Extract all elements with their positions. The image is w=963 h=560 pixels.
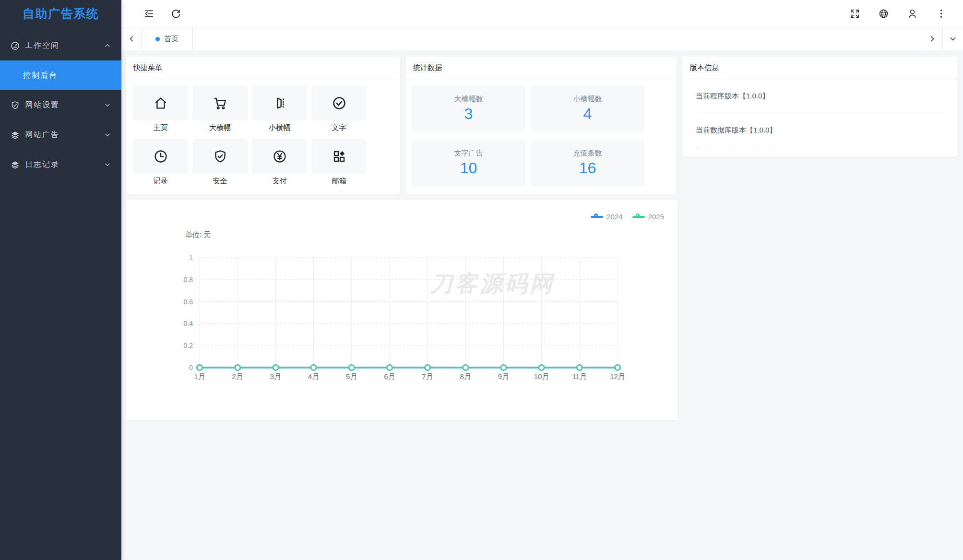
tab-bar: 首页 bbox=[121, 27, 963, 50]
svg-text:0.4: 0.4 bbox=[184, 320, 193, 327]
sidebar-item-label: 网站设置 bbox=[25, 100, 104, 110]
version-list: 当前程序版本【1.0.0】 当前数据库版本【1.0.0】 bbox=[682, 79, 958, 147]
svg-text:1月: 1月 bbox=[194, 372, 205, 381]
svg-text:12月: 12月 bbox=[610, 372, 625, 381]
chevron-down-icon bbox=[104, 161, 111, 168]
user-icon[interactable] bbox=[907, 8, 918, 19]
version-card: 版本信息 当前程序版本【1.0.0】 当前数据库版本【1.0.0】 bbox=[682, 57, 958, 157]
quick-item-mailbox[interactable]: 邮箱 bbox=[311, 139, 367, 186]
app-grid-icon bbox=[311, 139, 367, 174]
quick-item-big-banner[interactable]: 大横幅 bbox=[192, 85, 248, 132]
fold-menu-icon[interactable] bbox=[143, 0, 155, 27]
quick-item-home[interactable]: 主页 bbox=[133, 85, 188, 132]
sidebar-item-label: 工作空间 bbox=[25, 41, 104, 51]
svg-text:3月: 3月 bbox=[270, 372, 281, 381]
stat-value: 3 bbox=[412, 105, 525, 123]
shield-check-icon bbox=[11, 101, 20, 110]
yen-circle-icon bbox=[252, 139, 307, 174]
tabs-scroll-left-button[interactable] bbox=[121, 27, 142, 50]
dashboard-icon bbox=[11, 41, 20, 50]
stat-big-banner-count: 大横幅数 3 bbox=[412, 85, 525, 132]
layers-icon bbox=[11, 131, 20, 140]
layers-icon bbox=[11, 160, 20, 169]
line-marker-icon bbox=[632, 214, 645, 220]
svg-text:0.6: 0.6 bbox=[184, 298, 193, 306]
chevron-down-icon bbox=[104, 131, 111, 138]
tab-home-label: 首页 bbox=[164, 35, 178, 44]
svg-text:11月: 11月 bbox=[572, 372, 587, 381]
app-logo: 自助广告系统 bbox=[0, 0, 121, 27]
sidebar-item-label: 网站广告 bbox=[25, 130, 104, 140]
svg-text:1: 1 bbox=[189, 254, 193, 262]
quick-menu-card: 快捷菜单 主页 大横幅 小横幅 bbox=[126, 57, 400, 194]
top-header bbox=[121, 0, 963, 27]
legend-item-2025[interactable]: 2025 bbox=[632, 213, 664, 221]
main-content: 快捷菜单 主页 大横幅 小横幅 bbox=[121, 50, 963, 560]
svg-text:6月: 6月 bbox=[384, 372, 395, 381]
revenue-chart-card: 刀客源码网1月2月3月4月5月6月7月8月9月10月11月12月00.20.40… bbox=[126, 200, 678, 420]
svg-text:8月: 8月 bbox=[460, 372, 471, 381]
quick-item-text[interactable]: 文字 bbox=[311, 85, 367, 132]
header-actions bbox=[849, 0, 947, 27]
stats-card: 统计数据 大横幅数 3 小横幅数 4 文字广告 10 充值条数 16 bbox=[405, 57, 677, 194]
chevron-up-icon bbox=[104, 42, 111, 49]
more-vertical-icon[interactable] bbox=[936, 8, 947, 19]
check-circle-icon bbox=[311, 85, 367, 120]
sidebar-item-console[interactable]: 控制后台 bbox=[0, 60, 121, 90]
chart-unit-label: 单位: 元 bbox=[185, 230, 211, 239]
quick-item-records[interactable]: 记录 bbox=[133, 139, 188, 186]
svg-text:4月: 4月 bbox=[308, 372, 319, 381]
home-icon bbox=[133, 85, 188, 120]
svg-text:0: 0 bbox=[189, 364, 193, 371]
cart-icon bbox=[192, 85, 248, 120]
chevron-down-icon bbox=[104, 102, 111, 108]
program-version-row: 当前程序版本【1.0.0】 bbox=[696, 79, 944, 113]
stat-value: 4 bbox=[531, 105, 644, 123]
sidebar-item-label: 控制后台 bbox=[23, 71, 111, 81]
active-tab-dot-icon bbox=[155, 37, 160, 41]
refresh-icon[interactable] bbox=[169, 0, 182, 27]
sidebar-item-site-settings[interactable]: 网站设置 bbox=[0, 90, 121, 120]
sidebar: 自助广告系统 工作空间 控制后台 网站设置 bbox=[0, 0, 121, 560]
quick-item-security[interactable]: 安全 bbox=[192, 139, 248, 186]
fullscreen-icon[interactable] bbox=[849, 8, 860, 19]
tabs-scroll-right-button[interactable] bbox=[922, 27, 942, 50]
tab-home[interactable]: 首页 bbox=[142, 27, 193, 50]
legend-label: 2025 bbox=[648, 213, 664, 221]
tabbar-spacer bbox=[193, 27, 922, 50]
sidebar-item-label: 日志记录 bbox=[25, 160, 104, 170]
sidebar-item-site-ads[interactable]: 网站广告 bbox=[0, 120, 121, 150]
quick-item-small-banner[interactable]: 小横幅 bbox=[252, 85, 307, 132]
legend-item-2024[interactable]: 2024 bbox=[591, 213, 622, 221]
stat-small-banner-count: 小横幅数 4 bbox=[531, 85, 644, 132]
sidebar-menu: 工作空间 控制后台 网站设置 网站广告 bbox=[0, 27, 121, 179]
card-title: 版本信息 bbox=[682, 57, 958, 79]
svg-text:7月: 7月 bbox=[422, 372, 433, 381]
database-version-row: 当前数据库版本【1.0.0】 bbox=[696, 113, 944, 147]
card-title: 统计数据 bbox=[405, 57, 677, 79]
clock-icon bbox=[133, 139, 188, 174]
svg-text:5月: 5月 bbox=[346, 372, 357, 381]
svg-text:9月: 9月 bbox=[498, 372, 509, 381]
chart-legend: 2024 2025 bbox=[591, 213, 664, 221]
stat-text-ad-count: 文字广告 10 bbox=[412, 140, 525, 186]
svg-text:10月: 10月 bbox=[534, 372, 549, 381]
card-title: 快捷菜单 bbox=[126, 57, 400, 79]
quick-item-payment[interactable]: 支付 bbox=[252, 139, 307, 186]
svg-text:刀客源码网: 刀客源码网 bbox=[430, 271, 555, 296]
stats-grid: 大横幅数 3 小横幅数 4 文字广告 10 充值条数 16 bbox=[405, 79, 677, 192]
line-marker-icon bbox=[591, 214, 603, 220]
sidebar-item-workspace[interactable]: 工作空间 bbox=[0, 31, 121, 60]
tabs-menu-button[interactable] bbox=[942, 27, 963, 50]
stat-recharge-count: 充值条数 16 bbox=[531, 140, 644, 186]
sidebar-item-logs[interactable]: 日志记录 bbox=[0, 150, 121, 179]
globe-icon[interactable] bbox=[878, 8, 889, 19]
svg-text:0.2: 0.2 bbox=[184, 342, 193, 349]
stat-value: 16 bbox=[531, 159, 644, 177]
door-icon bbox=[252, 85, 307, 120]
quick-menu-grid: 主页 大横幅 小横幅 文字 bbox=[126, 79, 400, 192]
svg-text:0.8: 0.8 bbox=[184, 276, 193, 284]
svg-text:2月: 2月 bbox=[232, 372, 243, 381]
shield-icon bbox=[192, 139, 248, 174]
stat-value: 10 bbox=[412, 159, 525, 177]
